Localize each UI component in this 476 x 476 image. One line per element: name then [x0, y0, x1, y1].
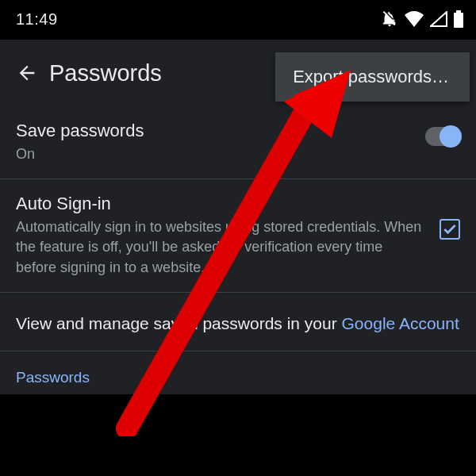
- auto-signin-row[interactable]: Auto Sign-in Automatically sign in to we…: [0, 179, 476, 293]
- arrow-back-icon: [16, 62, 38, 84]
- signal-icon: [430, 11, 447, 27]
- svg-rect-1: [456, 10, 461, 13]
- app-bar: Passwords Export passwords…: [0, 40, 476, 106]
- auto-signin-title: Auto Sign-in: [16, 194, 427, 214]
- check-icon: [442, 221, 458, 237]
- save-passwords-status: On: [16, 144, 413, 164]
- passwords-section-header: Passwords: [0, 351, 476, 394]
- auto-signin-checkbox[interactable]: [440, 219, 460, 240]
- back-button[interactable]: [8, 54, 46, 92]
- export-passwords-menu-item[interactable]: Export passwords…: [275, 52, 470, 102]
- save-passwords-row[interactable]: Save passwords On: [0, 106, 476, 179]
- save-passwords-title: Save passwords: [16, 121, 413, 141]
- svg-rect-0: [454, 13, 463, 28]
- battery-icon: [454, 10, 463, 28]
- clock: 11:49: [16, 10, 58, 29]
- page-title: Passwords: [49, 60, 162, 86]
- manage-passwords-text: View and manage saved passwords in your …: [16, 312, 460, 335]
- status-bar: 11:49: [0, 0, 476, 38]
- manage-passwords-row[interactable]: View and manage saved passwords in your …: [0, 293, 476, 351]
- save-passwords-toggle[interactable]: [425, 127, 460, 146]
- wifi-icon: [405, 11, 424, 27]
- google-account-link[interactable]: Google Account: [342, 314, 459, 332]
- notifications-off-icon: [381, 10, 398, 28]
- status-icons: [381, 10, 463, 28]
- auto-signin-description: Automatically sign in to websites using …: [16, 217, 427, 278]
- settings-content: Passwords Export passwords… Save passwor…: [0, 40, 476, 394]
